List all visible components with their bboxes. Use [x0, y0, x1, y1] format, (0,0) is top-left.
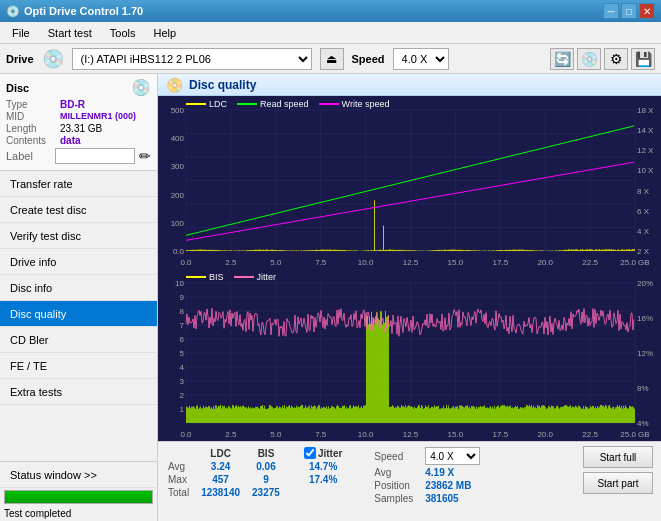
sidebar-item-drive-info[interactable]: Drive info [0, 249, 157, 275]
status-section: Status window >> Test completed [0, 461, 157, 521]
disc-contents-value: data [60, 135, 81, 146]
menu-tools[interactable]: Tools [102, 25, 144, 41]
status-window-button[interactable]: Status window >> [0, 462, 157, 488]
menu-start-test[interactable]: Start test [40, 25, 100, 41]
bottom-chart-wrapper: BIS Jitter [158, 269, 661, 441]
sidebar-item-disc-quality[interactable]: Disc quality [0, 301, 157, 327]
sidebar-item-label: Transfer rate [10, 178, 73, 190]
start-buttons: Start full Start part [583, 446, 653, 517]
top-chart-wrapper: LDC Read speed Write speed [158, 96, 661, 269]
title-bar-left: 💿 Opti Drive Control 1.70 [6, 5, 143, 18]
col-bis: BIS [246, 446, 286, 460]
avg-jitter: 14.7% [298, 460, 348, 473]
bottom-chart-legend: BIS Jitter [186, 272, 276, 282]
read-speed-legend-color [237, 103, 257, 105]
disc-type-label: Type [6, 99, 56, 110]
position-val: 23862 MB [419, 479, 486, 492]
disc-title: Disc [6, 82, 29, 94]
disc-contents-label: Contents [6, 135, 56, 146]
total-ldc: 1238140 [195, 486, 246, 499]
drive-label: Drive [6, 53, 34, 65]
settings-icon[interactable]: ⚙ [604, 48, 628, 70]
top-chart-legend: LDC Read speed Write speed [186, 99, 389, 109]
max-bis: 9 [246, 473, 286, 486]
disc-icon[interactable]: 💿 [577, 48, 601, 70]
status-window-label: Status window >> [10, 469, 97, 481]
speed-info: Speed 4.0 X Avg 4.19 X Position 23862 MB… [368, 446, 486, 517]
title-bar-controls: ─ □ ✕ [603, 3, 655, 19]
disc-length-value: 23.31 GB [60, 123, 102, 134]
sidebar-item-create-test-disc[interactable]: Create test disc [0, 197, 157, 223]
panel-icon: 📀 [166, 77, 183, 93]
ldc-legend-color [186, 103, 206, 105]
sidebar-item-extra-tests[interactable]: Extra tests [0, 379, 157, 405]
jitter-legend: Jitter [234, 272, 277, 282]
progress-bar-container [4, 490, 153, 504]
sidebar-item-label: Extra tests [10, 386, 62, 398]
menu-file[interactable]: File [4, 25, 38, 41]
minimize-button[interactable]: ─ [603, 3, 619, 19]
disc-panel: Disc 💿 Type BD-R MID MILLENMR1 (000) Len… [0, 74, 157, 171]
app-icon: 💿 [6, 5, 20, 18]
disc-label-input[interactable] [55, 148, 135, 164]
avg-bis: 0.06 [246, 460, 286, 473]
drive-bar: Drive 💿 (I:) ATAPI iHBS112 2 PL06 ⏏ Spee… [0, 44, 661, 74]
read-speed-legend: Read speed [237, 99, 309, 109]
maximize-button[interactable]: □ [621, 3, 637, 19]
sidebar-item-label: CD Bler [10, 334, 49, 346]
start-full-button[interactable]: Start full [583, 446, 653, 468]
start-part-button[interactable]: Start part [583, 472, 653, 494]
status-text: Test completed [0, 506, 157, 521]
sidebar-item-label: Verify test disc [10, 230, 81, 242]
disc-mid-row: MID MILLENMR1 (000) [6, 111, 151, 122]
speed-select[interactable]: 4.0 X [393, 48, 449, 70]
bis-legend: BIS [186, 272, 224, 282]
write-speed-legend: Write speed [319, 99, 390, 109]
toolbar-icons: 🔄 💿 ⚙ 💾 [550, 48, 655, 70]
charts-area: LDC Read speed Write speed [158, 96, 661, 441]
sidebar-item-cd-bler[interactable]: CD Bler [0, 327, 157, 353]
disc-refresh-icon[interactable]: 💿 [131, 78, 151, 97]
bis-legend-label: BIS [209, 272, 224, 282]
disc-mid-value: MILLENMR1 (000) [60, 111, 136, 122]
samples-val: 381605 [419, 492, 486, 505]
ldc-legend-label: LDC [209, 99, 227, 109]
disc-panel-header: Disc 💿 [6, 78, 151, 97]
menu-help[interactable]: Help [145, 25, 184, 41]
jitter-legend-label: Jitter [257, 272, 277, 282]
bottom-chart [158, 269, 661, 441]
avg-ldc: 3.24 [195, 460, 246, 473]
save-icon[interactable]: 💾 [631, 48, 655, 70]
ldc-legend: LDC [186, 99, 227, 109]
disc-type-row: Type BD-R [6, 99, 151, 110]
stats-speed-select[interactable]: 4.0 X [425, 447, 480, 465]
app-title: Opti Drive Control 1.70 [24, 5, 143, 17]
max-ldc: 457 [195, 473, 246, 486]
close-button[interactable]: ✕ [639, 3, 655, 19]
position-label: Position [368, 479, 419, 492]
total-bis: 23275 [246, 486, 286, 499]
sidebar-item-label: Drive info [10, 256, 56, 268]
disc-mid-label: MID [6, 111, 56, 122]
right-panel: 📀 Disc quality LDC Read speed [158, 74, 661, 521]
eject-button[interactable]: ⏏ [320, 48, 344, 70]
sidebar-item-fe-te[interactable]: FE / TE [0, 353, 157, 379]
drive-select[interactable]: (I:) ATAPI iHBS112 2 PL06 [72, 48, 312, 70]
label-edit-icon[interactable]: ✏ [139, 148, 151, 164]
panel-title: Disc quality [189, 78, 256, 92]
disc-contents-row: Contents data [6, 135, 151, 146]
refresh-icon[interactable]: 🔄 [550, 48, 574, 70]
sidebar-item-transfer-rate[interactable]: Transfer rate [0, 171, 157, 197]
col-ldc: LDC [195, 446, 246, 460]
sidebar-item-disc-info[interactable]: Disc info [0, 275, 157, 301]
row-total-label: Total [166, 486, 195, 499]
jitter-checkbox[interactable] [304, 447, 316, 459]
sidebar-item-verify-test-disc[interactable]: Verify test disc [0, 223, 157, 249]
nav-items: Transfer rate Create test disc Verify te… [0, 171, 157, 461]
sidebar-item-label: Disc info [10, 282, 52, 294]
stats-bar: LDC BIS Jitter Avg 3.24 0.06 14.7% [158, 441, 661, 521]
col-jitter: Jitter [318, 448, 342, 459]
avg-speed-val-label: Avg [368, 466, 419, 479]
row-avg-label: Avg [166, 460, 195, 473]
sidebar-item-label: FE / TE [10, 360, 47, 372]
